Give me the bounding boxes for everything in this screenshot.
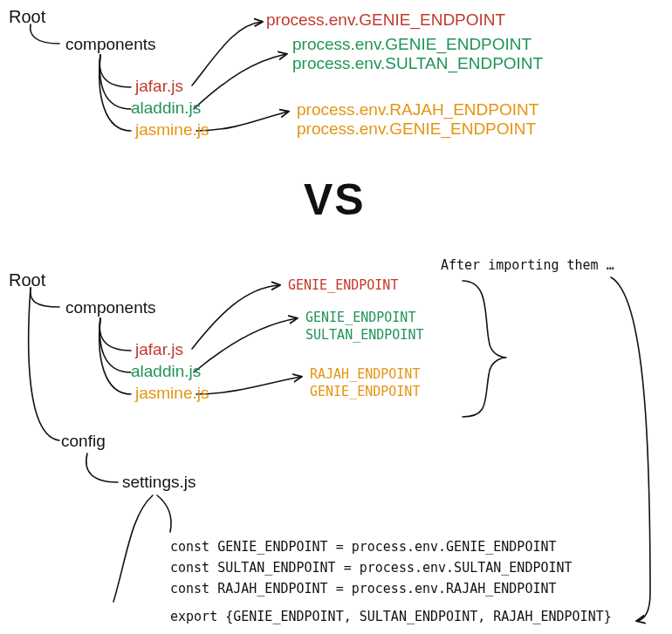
top-env-aladdin-1: process.env.GENIE_ENDPOINT bbox=[292, 35, 531, 54]
bottom-env-aladdin-1: GENIE_ENDPOINT bbox=[305, 310, 415, 325]
code-line-2: const SULTAN_ENDPOINT = process.env.SULT… bbox=[170, 560, 573, 576]
bottom-env-aladdin-2: SULTAN_ENDPOINT bbox=[305, 327, 423, 343]
bottom-config-label: config bbox=[61, 432, 106, 451]
bottom-root-label: Root bbox=[9, 270, 45, 290]
top-env-aladdin-2: process.env.SULTAN_ENDPOINT bbox=[292, 54, 543, 73]
bottom-file-aladdin: aladdin.js bbox=[131, 362, 201, 381]
bottom-file-jasmine: jasmine.js bbox=[135, 384, 209, 403]
vs-label: VS bbox=[304, 174, 366, 225]
top-env-jasmine-2: process.env.GENIE_ENDPOINT bbox=[297, 119, 536, 139]
code-line-3: const RAJAH_ENDPOINT = process.env.RAJAH… bbox=[170, 581, 557, 597]
bottom-env-jasmine-1: RAJAH_ENDPOINT bbox=[310, 366, 420, 382]
top-env-jasmine-1: process.env.RAJAH_ENDPOINT bbox=[297, 100, 538, 119]
code-line-4: export {GENIE_ENDPOINT, SULTAN_ENDPOINT,… bbox=[170, 609, 612, 624]
bottom-env-jasmine-2: GENIE_ENDPOINT bbox=[310, 384, 420, 399]
bottom-env-jafar-1: GENIE_ENDPOINT bbox=[288, 277, 398, 293]
top-file-jasmine: jasmine.js bbox=[135, 120, 209, 140]
top-env-jafar-1: process.env.GENIE_ENDPOINT bbox=[266, 10, 505, 30]
bottom-file-jafar: jafar.js bbox=[135, 340, 183, 359]
bottom-settings-label: settings.js bbox=[122, 473, 195, 492]
top-file-aladdin: aladdin.js bbox=[131, 99, 201, 118]
bottom-components-label: components bbox=[65, 298, 156, 317]
code-line-1: const GENIE_ENDPOINT = process.env.GENIE… bbox=[170, 539, 557, 555]
top-file-jafar: jafar.js bbox=[135, 77, 183, 96]
after-importing-label: After importing them … bbox=[441, 257, 614, 273]
top-root-label: Root bbox=[9, 7, 45, 27]
top-components-label: components bbox=[65, 35, 156, 54]
